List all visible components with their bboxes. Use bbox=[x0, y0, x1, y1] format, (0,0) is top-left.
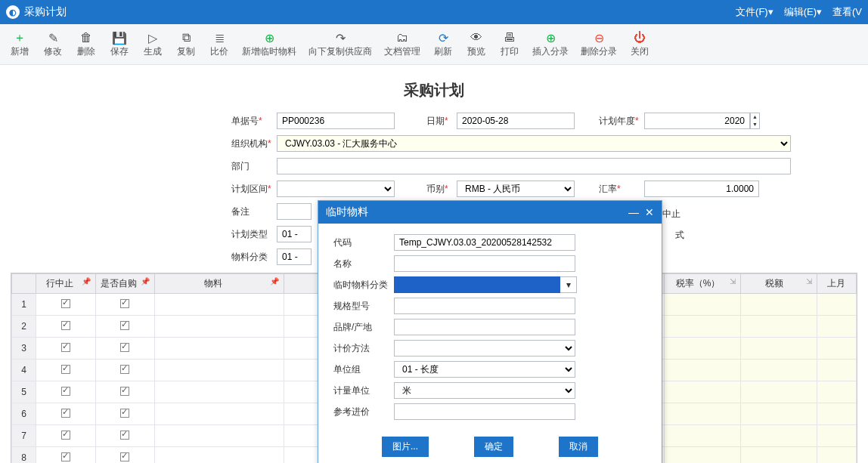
refprice-input[interactable] bbox=[394, 403, 575, 420]
rowstop-cell[interactable] bbox=[36, 403, 95, 425]
close-button[interactable]: ⏻关闭 bbox=[625, 27, 655, 61]
menu-file[interactable]: 文件(F)▾ bbox=[736, 5, 773, 19]
taxrate-cell[interactable] bbox=[665, 338, 741, 360]
add-button[interactable]: ＋新增 bbox=[5, 27, 35, 61]
selfbuy-cell[interactable] bbox=[95, 381, 154, 403]
material-cell[interactable] bbox=[155, 294, 284, 316]
refresh-button[interactable]: ⟳刷新 bbox=[428, 27, 458, 61]
taxamt-cell[interactable] bbox=[740, 360, 817, 381]
unit-select[interactable]: 米 bbox=[394, 382, 575, 399]
rowstop-cell[interactable] bbox=[36, 316, 95, 338]
add-temp-material-button[interactable]: ⊕新增临时物料 bbox=[237, 27, 301, 61]
rate-input[interactable] bbox=[644, 181, 759, 197]
ok-button[interactable]: 确定 bbox=[474, 437, 513, 457]
close-icon[interactable]: ✕ bbox=[645, 206, 654, 218]
print-button[interactable]: 🖶打印 bbox=[494, 27, 525, 61]
rowstop-cell[interactable] bbox=[36, 381, 95, 403]
selfbuy-cell[interactable] bbox=[95, 447, 154, 464]
col-selfbuy[interactable]: 是否自购📌 bbox=[95, 274, 154, 294]
date-input[interactable] bbox=[457, 113, 575, 129]
taxamt-cell[interactable] bbox=[740, 447, 817, 464]
doc-mgmt-button[interactable]: 🗂文档管理 bbox=[380, 27, 425, 61]
taxamt-cell[interactable] bbox=[740, 338, 817, 360]
rowstop-cell[interactable] bbox=[36, 338, 95, 360]
lastmonth-cell[interactable] bbox=[817, 425, 856, 447]
col-rowstop[interactable]: 行中止📌 bbox=[36, 274, 95, 294]
material-cell[interactable] bbox=[155, 381, 284, 403]
generate-button[interactable]: ▷生成 bbox=[138, 27, 168, 61]
material-cell[interactable] bbox=[155, 447, 284, 464]
col-lastmonth[interactable]: 上月 bbox=[817, 274, 856, 294]
currency-select[interactable]: RMB - 人民币 bbox=[457, 181, 575, 197]
delete-button[interactable]: 🗑删除 bbox=[71, 27, 101, 61]
planinterval-select[interactable] bbox=[277, 181, 395, 197]
rowstop-cell[interactable] bbox=[36, 447, 95, 464]
selfbuy-cell[interactable] bbox=[95, 294, 154, 316]
lastmonth-cell[interactable] bbox=[817, 447, 856, 464]
taxamt-cell[interactable] bbox=[740, 381, 817, 403]
unitgroup-select[interactable]: 01 - 长度 bbox=[394, 361, 575, 378]
material-cell[interactable] bbox=[155, 360, 284, 381]
insert-row-button[interactable]: ⊕插入分录 bbox=[528, 27, 573, 61]
dept-input[interactable] bbox=[277, 158, 791, 174]
copy-supplier-down-button[interactable]: ↷向下复制供应商 bbox=[304, 27, 377, 61]
lastmonth-cell[interactable] bbox=[817, 338, 856, 360]
brand-input[interactable] bbox=[394, 319, 575, 335]
delete-row-button[interactable]: ⊖删除分录 bbox=[576, 27, 622, 61]
lastmonth-cell[interactable] bbox=[817, 381, 856, 403]
save-button[interactable]: 💾保存 bbox=[104, 27, 135, 61]
plantype-input[interactable] bbox=[277, 226, 312, 242]
col-taxrate[interactable]: 税率（%）⇲ bbox=[665, 274, 741, 294]
tempclass-input[interactable] bbox=[394, 276, 560, 293]
selfbuy-cell[interactable] bbox=[95, 316, 154, 338]
rowstop-cell[interactable] bbox=[36, 425, 95, 447]
minimize-icon[interactable]: — bbox=[628, 206, 639, 218]
lastmonth-cell[interactable] bbox=[817, 316, 856, 338]
lastmonth-cell[interactable] bbox=[817, 360, 856, 381]
name-input[interactable] bbox=[394, 255, 575, 272]
spec-input[interactable] bbox=[394, 298, 575, 314]
material-cell[interactable] bbox=[155, 403, 284, 425]
image-button[interactable]: 图片... bbox=[382, 437, 429, 457]
code-input[interactable] bbox=[394, 234, 575, 251]
material-cell[interactable] bbox=[155, 316, 284, 338]
taxamt-cell[interactable] bbox=[740, 294, 817, 316]
copy-button[interactable]: ⧉复制 bbox=[171, 27, 201, 61]
taxrate-cell[interactable] bbox=[665, 316, 741, 338]
org-select[interactable]: CJWY.03.03 - 汇大服务中心 bbox=[277, 135, 791, 152]
valuation-select[interactable] bbox=[394, 340, 575, 357]
planyear-spinner[interactable]: ▲▼ bbox=[750, 113, 760, 129]
menu-view[interactable]: 查看(V bbox=[832, 5, 862, 19]
lastmonth-cell[interactable] bbox=[817, 403, 856, 425]
selfbuy-cell[interactable] bbox=[95, 425, 154, 447]
menu-edit[interactable]: 编辑(E)▾ bbox=[784, 5, 822, 19]
cancel-button[interactable]: 取消 bbox=[559, 437, 598, 457]
taxrate-cell[interactable] bbox=[665, 381, 741, 403]
taxrate-cell[interactable] bbox=[665, 294, 741, 316]
material-cell[interactable] bbox=[155, 338, 284, 360]
rowstop-cell[interactable] bbox=[36, 360, 95, 381]
taxrate-cell[interactable] bbox=[665, 403, 741, 425]
lastmonth-cell[interactable] bbox=[817, 294, 856, 316]
taxrate-cell[interactable] bbox=[665, 360, 741, 381]
col-taxamt[interactable]: 税额⇲ bbox=[740, 274, 817, 294]
dropdown-icon[interactable]: ▾ bbox=[560, 276, 577, 293]
rowstop-cell[interactable] bbox=[36, 294, 95, 316]
taxamt-cell[interactable] bbox=[740, 403, 817, 425]
modify-button[interactable]: ✎修改 bbox=[38, 27, 68, 61]
matclass-input[interactable] bbox=[277, 248, 312, 265]
docno-input[interactable] bbox=[277, 113, 395, 129]
selfbuy-cell[interactable] bbox=[95, 338, 154, 360]
taxrate-cell[interactable] bbox=[665, 425, 741, 447]
taxamt-cell[interactable] bbox=[740, 425, 817, 447]
dialog-title-bar[interactable]: 临时物料 — ✕ bbox=[318, 201, 662, 224]
remark-input[interactable] bbox=[277, 203, 312, 220]
selfbuy-cell[interactable] bbox=[95, 360, 154, 381]
preview-button[interactable]: 👁预览 bbox=[461, 27, 491, 61]
material-cell[interactable] bbox=[155, 425, 284, 447]
col-material[interactable]: 物料📌 bbox=[155, 274, 284, 294]
compare-button[interactable]: ≣比价 bbox=[204, 27, 234, 61]
planyear-input[interactable] bbox=[644, 113, 750, 129]
selfbuy-cell[interactable] bbox=[95, 403, 154, 425]
taxrate-cell[interactable] bbox=[665, 447, 741, 464]
